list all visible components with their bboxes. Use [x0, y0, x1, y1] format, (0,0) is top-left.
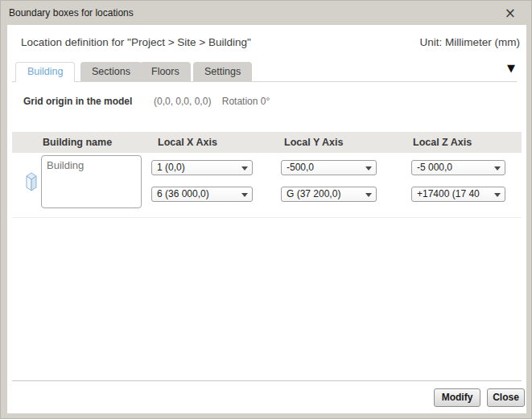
x-axis-min-dropdown[interactable]: 1 (0,0): [151, 160, 253, 175]
building-cube-icon: [24, 171, 39, 192]
grid-origin-label: Grid origin in the model: [23, 96, 132, 107]
unit-label: Unit: Millimeter (mm): [420, 36, 521, 48]
dropdown-arrow-icon: [494, 166, 501, 170]
dropdown-arrow-icon: [494, 193, 501, 197]
tab-strip-divider: [12, 81, 517, 82]
title-bar: Boundary boxes for locations ×: [1, 1, 531, 25]
x-axis-max-dropdown[interactable]: 6 (36 000,0): [151, 187, 253, 202]
y-axis-max-value: G (37 200,0): [287, 188, 340, 199]
table-header-row: Building name Local X Axis Local Y Axis …: [12, 132, 522, 153]
column-header-local-z: Local Z Axis: [413, 132, 472, 153]
grid-origin-coordinates: (0,0, 0,0, 0,0): [154, 96, 211, 107]
close-icon[interactable]: ×: [505, 3, 516, 23]
tab-floors[interactable]: Floors: [140, 62, 191, 81]
dropdown-arrow-icon: [241, 166, 248, 170]
location-definition-label: Location definition for "Project > Site …: [21, 36, 251, 48]
close-button[interactable]: Close: [487, 388, 525, 407]
grid-origin-rotation: Rotation 0°: [222, 96, 270, 107]
z-axis-min-value: -5 000,0: [417, 162, 452, 173]
footer-divider: [12, 380, 522, 381]
window-title: Boundary boxes for locations: [9, 1, 134, 25]
tab-sections[interactable]: Sections: [80, 62, 142, 81]
x-axis-min-value: 1 (0,0): [157, 162, 185, 173]
column-header-building-name: Building name: [43, 132, 112, 153]
y-axis-min-dropdown[interactable]: -500,0: [281, 160, 377, 175]
collapse-arrow-icon[interactable]: ▼: [507, 62, 515, 74]
z-axis-max-value: +17400 (17 40: [417, 188, 480, 199]
dropdown-arrow-icon: [365, 166, 372, 170]
y-axis-min-value: -500,0: [287, 162, 314, 173]
column-header-local-y: Local Y Axis: [284, 132, 343, 153]
tab-settings[interactable]: Settings: [193, 62, 252, 81]
tab-building[interactable]: Building: [15, 62, 75, 82]
building-name-input[interactable]: Building: [41, 155, 142, 208]
y-axis-max-dropdown[interactable]: G (37 200,0): [281, 187, 377, 202]
column-header-local-x: Local X Axis: [158, 132, 217, 153]
grid-origin-value: (0,0, 0,0, 0,0) Rotation 0°: [154, 96, 270, 107]
dialog-window: Boundary boxes for locations × Location …: [0, 0, 532, 419]
modify-button[interactable]: Modify: [434, 388, 480, 407]
row-divider: [12, 217, 522, 218]
dialog-body: Location definition for "Project > Site …: [7, 25, 526, 413]
z-axis-max-dropdown[interactable]: +17400 (17 40: [411, 187, 505, 202]
dropdown-arrow-icon: [365, 193, 372, 197]
z-axis-min-dropdown[interactable]: -5 000,0: [411, 160, 505, 175]
x-axis-max-value: 6 (36 000,0): [157, 188, 209, 199]
dropdown-arrow-icon: [241, 193, 248, 197]
